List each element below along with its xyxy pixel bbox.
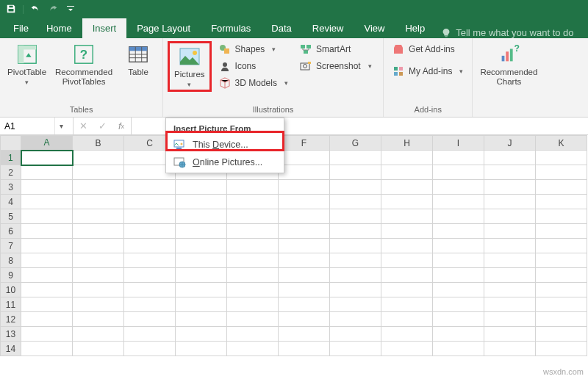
cell[interactable]: [330, 297, 381, 312]
cell[interactable]: [124, 327, 176, 342]
cell[interactable]: [227, 312, 279, 327]
cell[interactable]: [484, 180, 536, 195]
cell[interactable]: [381, 165, 433, 180]
cell[interactable]: [536, 165, 587, 180]
tab-data[interactable]: Data: [261, 18, 301, 38]
cell[interactable]: [330, 165, 381, 180]
cell[interactable]: [176, 195, 227, 209]
row-header[interactable]: 5: [1, 209, 21, 224]
get-addins-button[interactable]: Get Add-ins: [388, 41, 467, 57]
cell[interactable]: [536, 283, 587, 297]
cell[interactable]: [176, 180, 227, 195]
tab-home[interactable]: Home: [36, 18, 82, 38]
cell[interactable]: [73, 165, 124, 180]
cell[interactable]: [381, 312, 433, 327]
cell[interactable]: [433, 268, 484, 283]
cell[interactable]: [330, 209, 381, 224]
cell[interactable]: [330, 239, 381, 253]
cell[interactable]: [279, 165, 330, 180]
cell[interactable]: [433, 283, 484, 297]
cell[interactable]: [330, 268, 381, 283]
column-header[interactable]: G: [330, 136, 381, 151]
row-header[interactable]: 3: [1, 180, 21, 195]
cell[interactable]: [330, 180, 381, 195]
cell[interactable]: [227, 209, 279, 224]
cell[interactable]: [381, 239, 433, 253]
tab-page-layout[interactable]: Page Layout: [126, 18, 201, 38]
cell[interactable]: [279, 327, 330, 342]
cell[interactable]: [124, 297, 176, 312]
smartart-button[interactable]: SmartArt: [295, 41, 376, 57]
cell[interactable]: [433, 327, 484, 342]
cell[interactable]: [73, 195, 124, 209]
cell[interactable]: [484, 253, 536, 268]
row-header[interactable]: 7: [1, 239, 21, 253]
cell[interactable]: [73, 312, 124, 327]
cell[interactable]: [381, 253, 433, 268]
cell[interactable]: [536, 224, 587, 239]
name-box-input[interactable]: [0, 121, 54, 131]
cell[interactable]: [21, 342, 73, 356]
tab-file[interactable]: File: [6, 18, 36, 38]
cell[interactable]: [227, 268, 279, 283]
spreadsheet-grid[interactable]: ABCDEFGHIJK1234567891011121314: [0, 135, 588, 356]
cell[interactable]: [433, 239, 484, 253]
cell[interactable]: [330, 283, 381, 297]
shapes-button[interactable]: Shapes▾: [215, 41, 293, 57]
row-header[interactable]: 13: [1, 327, 21, 342]
cell[interactable]: [484, 151, 536, 165]
cell[interactable]: [381, 224, 433, 239]
cell[interactable]: [381, 268, 433, 283]
redo-button[interactable]: [45, 1, 61, 16]
cancel-button[interactable]: ✕: [74, 120, 93, 131]
tab-review[interactable]: Review: [302, 18, 354, 38]
cell[interactable]: [21, 283, 73, 297]
column-header[interactable]: J: [484, 136, 536, 151]
cell[interactable]: [484, 239, 536, 253]
cell[interactable]: [279, 224, 330, 239]
cell[interactable]: [433, 209, 484, 224]
cell[interactable]: [21, 224, 73, 239]
cell[interactable]: [433, 151, 484, 165]
cell[interactable]: [124, 180, 176, 195]
cell[interactable]: [279, 180, 330, 195]
cell[interactable]: [536, 342, 587, 356]
cell[interactable]: [176, 253, 227, 268]
column-header[interactable]: A: [21, 136, 73, 151]
cell[interactable]: [176, 224, 227, 239]
cell[interactable]: [484, 283, 536, 297]
cell[interactable]: [484, 224, 536, 239]
cell[interactable]: [21, 195, 73, 209]
cell[interactable]: [227, 195, 279, 209]
cell[interactable]: [536, 195, 587, 209]
pictures-button[interactable]: Pictures ▾: [168, 41, 212, 92]
cell[interactable]: [21, 180, 73, 195]
tab-view[interactable]: View: [354, 18, 395, 38]
cell[interactable]: [330, 342, 381, 356]
cell[interactable]: [279, 283, 330, 297]
cell[interactable]: [484, 342, 536, 356]
cell[interactable]: [279, 268, 330, 283]
row-header[interactable]: 4: [1, 195, 21, 209]
cell[interactable]: [536, 180, 587, 195]
recommended-pivottables-button[interactable]: ? Recommended PivotTables: [52, 41, 115, 88]
tab-insert[interactable]: Insert: [82, 18, 127, 38]
cell[interactable]: [124, 342, 176, 356]
tab-formulas[interactable]: Formulas: [201, 18, 261, 38]
cell[interactable]: [381, 283, 433, 297]
3d-models-button[interactable]: 3D Models▾: [215, 75, 293, 91]
tab-help[interactable]: Help: [395, 18, 435, 38]
row-header[interactable]: 6: [1, 224, 21, 239]
enter-button[interactable]: ✓: [93, 120, 112, 131]
cell[interactable]: [381, 195, 433, 209]
cell[interactable]: [381, 327, 433, 342]
menu-online-pictures[interactable]: Online Pictures...: [168, 154, 282, 171]
cell[interactable]: [330, 327, 381, 342]
name-box-dropdown[interactable]: ▾: [54, 118, 68, 134]
cell[interactable]: [484, 312, 536, 327]
cell[interactable]: [536, 268, 587, 283]
cell[interactable]: [176, 342, 227, 356]
menu-this-device[interactable]: This Device...: [168, 136, 282, 154]
row-header[interactable]: 11: [1, 297, 21, 312]
name-box[interactable]: ▾: [0, 118, 74, 134]
